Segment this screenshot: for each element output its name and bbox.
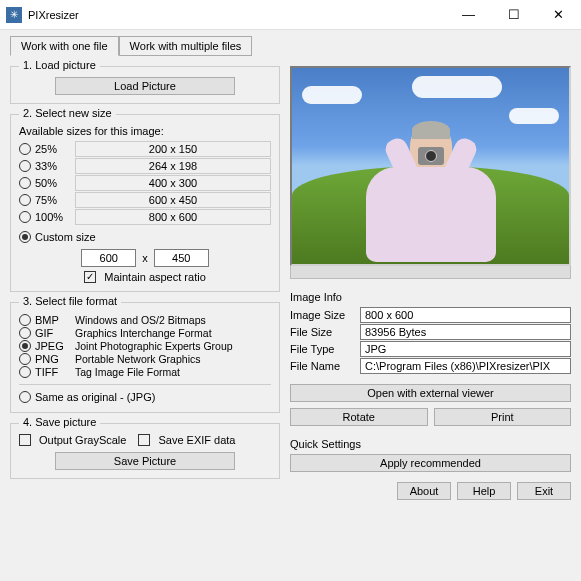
file-size-value: 83956 Bytes (360, 324, 571, 340)
image-preview (290, 66, 571, 266)
image-size-label: Image Size (290, 309, 360, 321)
grayscale-checkbox[interactable] (19, 434, 31, 446)
apply-recommended-button[interactable]: Apply recommended (290, 454, 571, 472)
file-name-value: C:\Program Files (x86)\PIXresizer\PIX (360, 358, 571, 374)
size-33[interactable]: 33%264 x 198 (19, 158, 271, 174)
quick-settings-head: Quick Settings (290, 438, 571, 450)
rotate-button[interactable]: Rotate (290, 408, 428, 426)
image-size-value: 800 x 600 (360, 307, 571, 323)
format-title: 3. Select file format (19, 295, 121, 307)
grayscale-label: Output GrayScale (39, 434, 126, 446)
size-title: 2. Select new size (19, 107, 116, 119)
app-icon: ✳ (6, 7, 22, 23)
size-50[interactable]: 50%400 x 300 (19, 175, 271, 191)
radio-icon (19, 340, 31, 352)
size-25[interactable]: 25%200 x 150 (19, 141, 271, 157)
radio-icon (19, 314, 31, 326)
radio-icon (19, 194, 31, 206)
size-custom[interactable]: Custom size (19, 231, 271, 243)
format-gif[interactable]: GIFGraphics Interchange Format (19, 327, 271, 339)
tab-multiple-files[interactable]: Work with multiple files (119, 36, 253, 56)
save-picture-button[interactable]: Save Picture (55, 452, 235, 470)
format-png[interactable]: PNGPortable Network Graphics (19, 353, 271, 365)
load-picture-button[interactable]: Load Picture (55, 77, 235, 95)
radio-icon (19, 366, 31, 378)
exif-label: Save EXIF data (158, 434, 235, 446)
exif-checkbox[interactable] (138, 434, 150, 446)
maximize-button[interactable]: ☐ (491, 0, 536, 30)
height-input[interactable]: 450 (154, 249, 209, 267)
format-bmp[interactable]: BMPWindows and OS/2 Bitmaps (19, 314, 271, 326)
format-same[interactable]: Same as original - (JPG) (19, 391, 271, 403)
load-picture-group: 1. Load picture Load Picture (10, 66, 280, 104)
about-button[interactable]: About (397, 482, 451, 500)
radio-icon (19, 177, 31, 189)
select-format-group: 3. Select file format BMPWindows and OS/… (10, 302, 280, 413)
minimize-button[interactable]: — (446, 0, 491, 30)
print-button[interactable]: Print (434, 408, 572, 426)
radio-icon (19, 143, 31, 155)
format-jpeg[interactable]: JPEGJoint Photographic Experts Group (19, 340, 271, 352)
maintain-aspect-label: Maintain aspect ratio (104, 271, 206, 283)
tab-bar: Work with one file Work with multiple fi… (10, 36, 571, 56)
format-tiff[interactable]: TIFFTag Image File Format (19, 366, 271, 378)
radio-icon (19, 231, 31, 243)
file-size-label: File Size (290, 326, 360, 338)
x-label: x (142, 252, 148, 264)
close-button[interactable]: ✕ (536, 0, 581, 30)
file-type-value: JPG (360, 341, 571, 357)
save-picture-group: 4. Save picture Output GrayScale Save EX… (10, 423, 280, 479)
exit-button[interactable]: Exit (517, 482, 571, 500)
image-info-head: Image Info (290, 291, 571, 303)
file-name-label: File Name (290, 360, 360, 372)
help-button[interactable]: Help (457, 482, 511, 500)
maintain-aspect-checkbox[interactable] (84, 271, 96, 283)
radio-icon (19, 353, 31, 365)
radio-icon (19, 391, 31, 403)
size-100[interactable]: 100%800 x 600 (19, 209, 271, 225)
preview-tray (290, 265, 571, 279)
radio-icon (19, 160, 31, 172)
radio-icon (19, 327, 31, 339)
load-title: 1. Load picture (19, 59, 100, 71)
radio-icon (19, 211, 31, 223)
available-sizes-label: Available sizes for this image: (19, 125, 271, 137)
tab-one-file[interactable]: Work with one file (10, 36, 119, 56)
select-size-group: 2. Select new size Available sizes for t… (10, 114, 280, 292)
window-title: PIXresizer (28, 9, 446, 21)
width-input[interactable]: 600 (81, 249, 136, 267)
file-type-label: File Type (290, 343, 360, 355)
title-bar: ✳ PIXresizer — ☐ ✕ (0, 0, 581, 30)
save-title: 4. Save picture (19, 416, 100, 428)
open-external-button[interactable]: Open with external viewer (290, 384, 571, 402)
size-75[interactable]: 75%600 x 450 (19, 192, 271, 208)
